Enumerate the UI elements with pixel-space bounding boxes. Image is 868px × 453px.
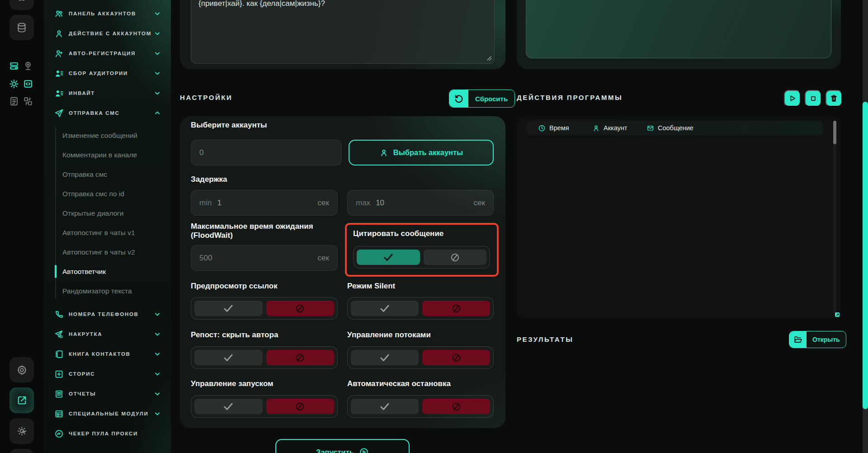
quote-highlight-box: Цитировать сообщение bbox=[345, 223, 499, 277]
column-header-label: Аккаунт bbox=[604, 124, 627, 132]
sidebar-item-boosting[interactable]: НАКРУТКА bbox=[44, 324, 171, 344]
submenu-item-autoposting-v1[interactable]: Автопостинг в чаты v1 bbox=[44, 223, 171, 242]
table-header-row: Время Аккаунт Сообщение bbox=[526, 121, 823, 135]
results-title: РЕЗУЛЬТАТЫ bbox=[517, 335, 574, 343]
sidebar-item-stories[interactable]: СТОРИС bbox=[44, 364, 171, 384]
submenu-item-channel-comments[interactable]: Комментарии в канале bbox=[44, 145, 171, 165]
quote-yes-button[interactable] bbox=[357, 250, 420, 265]
brightness-icon bbox=[16, 425, 28, 437]
threads-yes-button[interactable] bbox=[351, 350, 419, 365]
trash-button[interactable] bbox=[826, 90, 842, 107]
sidebar-item-special-modules[interactable]: СПЕЦИАЛЬНЫЕ МОДУЛИ bbox=[44, 404, 171, 424]
submenu-item-send-sms[interactable]: Отправка смс bbox=[44, 165, 171, 184]
sidebar-item-phone-numbers[interactable]: НОМЕРА ТЕЛЕФОНОВ bbox=[44, 304, 171, 324]
repost-no-button[interactable] bbox=[266, 350, 335, 365]
settings-rail-button[interactable] bbox=[9, 357, 34, 382]
check-icon bbox=[222, 401, 234, 412]
gear-settings-icon[interactable] bbox=[9, 79, 19, 89]
sidebar-item-sms-sending[interactable]: ОТПРАВКА СМС bbox=[44, 103, 171, 123]
quote-no-button[interactable] bbox=[424, 250, 487, 265]
submenu-item-autoposting-v2[interactable]: Автопостинг в чаты v2 bbox=[44, 242, 171, 262]
thread-control-label: Управление потоками bbox=[347, 330, 431, 340]
sidebar-item-reports[interactable]: ОТЧЕТЫ bbox=[44, 384, 171, 404]
column-header-message[interactable]: Сообщение bbox=[646, 121, 693, 135]
play-button[interactable] bbox=[784, 90, 801, 107]
autostop-yes-button[interactable] bbox=[351, 399, 419, 414]
reset-button[interactable]: Сбросить bbox=[449, 90, 515, 108]
table-scrollbar-thumb[interactable] bbox=[833, 121, 836, 144]
accounts-count-input[interactable]: 0 bbox=[191, 140, 342, 165]
submenu-item-open-dialogs[interactable]: Открытые диалоги bbox=[44, 203, 171, 223]
seconds-unit: сек bbox=[318, 198, 329, 208]
column-header-account[interactable]: Аккаунт bbox=[592, 121, 627, 135]
launch-yes-button[interactable] bbox=[194, 399, 263, 414]
webcam-person-icon[interactable] bbox=[23, 61, 33, 71]
plus-square-icon bbox=[54, 369, 64, 379]
table-resize-handle[interactable] bbox=[835, 312, 840, 317]
user-icon bbox=[54, 29, 64, 38]
table-grid-icon bbox=[54, 409, 64, 419]
link-preview-yes-button[interactable] bbox=[194, 301, 263, 316]
swap-icon[interactable] bbox=[23, 96, 33, 106]
threads-no-button[interactable] bbox=[422, 350, 490, 365]
page-scrollbar[interactable] bbox=[863, 0, 868, 453]
resize-grip-icon[interactable] bbox=[486, 55, 492, 61]
paper-plane-plus-icon bbox=[54, 330, 64, 339]
server-check-icon[interactable] bbox=[9, 61, 19, 71]
page-scrollbar-thumb[interactable] bbox=[863, 102, 868, 409]
submenu-label: Автопостинг в чаты v1 bbox=[62, 229, 135, 237]
sidebar-item-account-action[interactable]: ДЕЙСТВИЕ С АККАУНТОМ bbox=[44, 24, 171, 43]
message-card: {привет|хай}. как {дела|сам|жизнь}? bbox=[180, 0, 505, 69]
check-icon bbox=[379, 401, 391, 412]
floodwait-input[interactable]: 500 сек bbox=[191, 245, 338, 271]
link-preview-label: Предпросмотр ссылок bbox=[191, 282, 278, 291]
silent-yes-button[interactable] bbox=[351, 301, 419, 316]
submenu-item-text-randomizer[interactable]: Рандомизатор текста bbox=[44, 281, 171, 301]
sidebar-item-audience-collection[interactable]: СБОР АУДИТОРИИ bbox=[44, 63, 171, 83]
sidebar-item-accounts-panel[interactable]: ПАНЕЛЬ АККАУНТОВ bbox=[44, 4, 171, 24]
document-check-icon[interactable] bbox=[9, 96, 19, 106]
sidebar-item-proxy-pool-checker[interactable]: ЧЕКЕР ПУЛА ПРОКСИ bbox=[44, 424, 171, 444]
chevron-down-icon bbox=[154, 330, 161, 338]
autostop-no-button[interactable] bbox=[422, 399, 490, 414]
console-rail-button[interactable] bbox=[9, 0, 34, 10]
select-accounts-button[interactable]: Выбрать аккаунты bbox=[349, 140, 494, 165]
partial-bottom-rail-button[interactable] bbox=[9, 449, 34, 453]
select-accounts-label: Выбрать аккаунты bbox=[393, 148, 463, 157]
table-scrollbar[interactable] bbox=[833, 121, 836, 314]
submenu-item-autoresponder-active[interactable]: Автоответчик bbox=[44, 262, 171, 281]
run-button[interactable]: Запустить bbox=[275, 439, 410, 453]
user-plus-icon bbox=[54, 49, 64, 58]
submenu-item-message-editing[interactable]: Изменение сообщений bbox=[44, 126, 171, 145]
gauge-icon bbox=[54, 429, 64, 439]
column-header-time[interactable]: Время bbox=[538, 121, 569, 135]
message-textarea[interactable]: {привет|хай}. как {дела|сам|жизнь}? bbox=[191, 0, 495, 64]
sidebar-item-invite[interactable]: ИНВАЙТ bbox=[44, 83, 171, 103]
link-preview-no-button[interactable] bbox=[266, 301, 335, 316]
submenu-label: Изменение сообщений bbox=[62, 132, 137, 140]
check-icon bbox=[222, 352, 234, 363]
sidebar-item-auto-registration[interactable]: АВТО-РЕГИСТРАЦИЯ bbox=[44, 43, 171, 63]
delay-max-input[interactable]: max 10 сек bbox=[347, 190, 494, 216]
sidebar-item-contact-book[interactable]: КНИГА КОНТАКТОВ bbox=[44, 344, 171, 364]
check-icon bbox=[379, 302, 391, 314]
repost-yes-button[interactable] bbox=[194, 350, 263, 365]
code-window-icon[interactable] bbox=[23, 79, 33, 89]
silent-no-button[interactable] bbox=[422, 301, 490, 316]
auto-stop-label: Автоматическая остановка bbox=[347, 379, 451, 388]
open-results-button[interactable]: Открыть bbox=[789, 331, 846, 348]
launch-no-button[interactable] bbox=[266, 399, 335, 414]
chevron-down-icon bbox=[154, 70, 161, 77]
ban-icon bbox=[451, 303, 462, 314]
external-link-rail-button[interactable] bbox=[9, 387, 34, 413]
database-rail-button[interactable] bbox=[9, 15, 34, 40]
stop-button[interactable] bbox=[805, 90, 821, 107]
right-top-textarea[interactable] bbox=[526, 0, 831, 58]
launch-control-label: Управление запуском bbox=[191, 379, 274, 388]
brightness-rail-button[interactable] bbox=[9, 418, 34, 444]
delay-min-input[interactable]: min 1 сек bbox=[191, 190, 338, 216]
chevron-up-icon bbox=[154, 109, 161, 117]
submenu-item-send-sms-by-id[interactable]: Отправка смс по id bbox=[44, 184, 171, 203]
ban-icon bbox=[451, 353, 462, 363]
clock-icon bbox=[538, 124, 546, 132]
